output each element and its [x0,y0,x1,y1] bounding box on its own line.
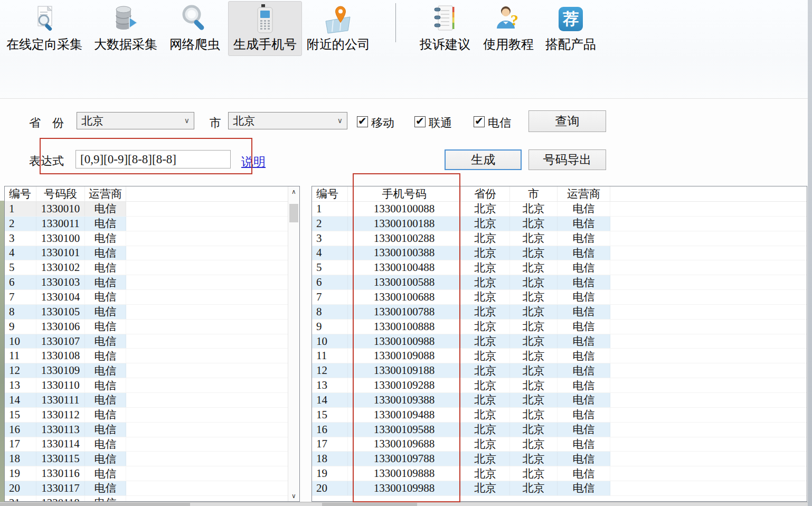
cell: 北京 [461,363,510,378]
toolbar-button-tutorial[interactable]: ? 使用教程 [479,1,537,56]
table-row[interactable]: 131330110电信 [5,378,288,393]
column-header[interactable]: 市 [510,186,558,201]
table-row[interactable]: 1313300109288北京北京电信 [312,378,807,393]
expression-input[interactable] [75,150,231,168]
recommend-badge-icon: 荐 [559,2,583,36]
toolbar-button-web-crawler[interactable]: 网络爬虫 [167,1,223,56]
table-row[interactable]: 81330105电信 [5,305,288,320]
province-select[interactable]: 北京 ∨ [77,112,194,129]
table-row[interactable]: 1813300109788北京北京电信 [312,452,807,466]
horizontal-scrollbar[interactable] [0,502,812,506]
cell: 16 [5,423,36,437]
column-header[interactable]: 编号 [312,186,348,201]
cell: 电信 [85,305,126,319]
table-row[interactable]: 181330115电信 [5,452,288,466]
city-select[interactable]: 北京 ∨ [228,112,347,129]
table-row[interactable]: 161330113电信 [5,423,288,437]
query-button[interactable]: 查询 [528,110,606,132]
toolbar-button-nearby-companies[interactable]: 附近的公司 [305,1,372,56]
column-header[interactable]: 运营商 [85,186,126,201]
column-header[interactable]: 编号 [5,186,36,201]
table-row[interactable]: 113300100088北京北京电信 [312,202,807,217]
table-row[interactable]: 1913300109888北京北京电信 [312,466,807,481]
cell: 北京 [461,481,510,495]
table-row[interactable]: 121330109电信 [5,363,288,378]
scroll-down-icon[interactable]: ∨ [288,491,299,501]
cell: 13300100988 [348,334,461,349]
column-header[interactable]: 运营商 [558,186,610,201]
cell: 1330106 [36,320,85,334]
scroll-up-icon[interactable]: ∧ [288,186,299,197]
table-row[interactable]: 11330010电信 [5,202,288,217]
table-row[interactable]: 111330108电信 [5,349,288,363]
cell: 7 [5,290,36,304]
hscrollbar-thumb-left[interactable] [0,503,190,506]
table-row[interactable]: 21330011电信 [5,217,288,231]
cell: 13300109788 [348,452,461,466]
column-header[interactable]: 号码段 [36,186,85,201]
table-row[interactable]: 1413300109388北京北京电信 [312,393,807,408]
table-row[interactable]: 141330111电信 [5,393,288,408]
help-link[interactable]: 说明 [241,154,266,170]
svg-text:?: ? [511,11,518,29]
table-row[interactable]: 913300100888北京北京电信 [312,320,807,334]
carrier-label-mobile: 移动 [371,115,394,131]
cell: 北京 [510,378,558,392]
table-row[interactable]: 713300100688北京北京电信 [312,290,807,305]
cell: 1330100 [36,231,85,246]
cell: 电信 [558,217,610,231]
table-row[interactable]: 213300100188北京北京电信 [312,217,807,231]
column-header[interactable]: 手机号码 [348,186,461,201]
cell: 13300100788 [348,305,461,319]
table-row[interactable]: 201330117电信 [5,481,288,496]
table-row[interactable]: 211330118电信 [5,496,288,501]
table-row[interactable]: 101330107电信 [5,334,288,349]
table-row[interactable]: 613300100588北京北京电信 [312,275,807,290]
vertical-scrollbar[interactable]: ∧ ∨ [288,186,299,501]
cell: 1330115 [36,452,85,466]
toolbar-button-online-collect[interactable]: 在线定向采集 [4,1,84,56]
table-row[interactable]: 31330100电信 [5,231,288,246]
table-row[interactable]: 71330104电信 [5,290,288,305]
cell: 1330104 [36,290,85,304]
carrier-checkbox-unicom[interactable]: ✔ [414,116,426,127]
toolbar-button-products[interactable]: 荐 搭配产品 [543,1,599,56]
table-row[interactable]: 1213300109188北京北京电信 [312,363,807,378]
cell: 14 [5,393,36,407]
table-row[interactable]: 41330101电信 [5,246,288,261]
table-row[interactable]: 1613300109588北京北京电信 [312,423,807,437]
cell: 13300109388 [348,393,461,407]
cell: 10 [312,334,348,349]
toolbar-button-feedback[interactable]: 投诉建议 [416,1,474,56]
table-row[interactable]: 313300100288北京北京电信 [312,231,807,246]
toolbar-divider [0,98,812,99]
toolbar-button-bigdata-collect[interactable]: 大数据采集 [91,1,160,56]
scrollbar-thumb[interactable] [289,204,298,222]
cell: 北京 [510,320,558,334]
generate-button[interactable]: 生成 [445,149,522,170]
table-row[interactable]: 151330112电信 [5,408,288,423]
table-row[interactable]: 1113300109088北京北京电信 [312,349,807,363]
database-export-icon [111,2,140,36]
cell: 北京 [510,481,558,495]
table-row[interactable]: 51330102电信 [5,260,288,275]
toolbar-button-generate-phone[interactable]: 生成手机号 [228,1,302,56]
export-button[interactable]: 号码导出 [528,149,606,170]
table-row[interactable]: 513300100488北京北京电信 [312,260,807,275]
column-header[interactable]: 省份 [461,186,510,201]
cell: 北京 [461,202,510,216]
table-row[interactable]: 91330106电信 [5,320,288,334]
hscrollbar-thumb-right[interactable] [322,503,417,506]
table-row[interactable]: 2013300109988北京北京电信 [312,481,807,496]
carrier-checkbox-mobile[interactable]: ✔ [357,116,368,127]
carrier-checkbox-telecom[interactable]: ✔ [474,116,485,127]
toolbar-button-label: 在线定向采集 [6,36,82,52]
table-row[interactable]: 1513300109488北京北京电信 [312,408,807,423]
table-row[interactable]: 1713300109688北京北京电信 [312,437,807,452]
table-row[interactable]: 1013300100988北京北京电信 [312,334,807,349]
table-row[interactable]: 61330103电信 [5,275,288,290]
table-row[interactable]: 813300100788北京北京电信 [312,305,807,320]
table-row[interactable]: 171330114电信 [5,437,288,452]
table-row[interactable]: 413300100388北京北京电信 [312,246,807,261]
table-row[interactable]: 191330116电信 [5,466,288,481]
